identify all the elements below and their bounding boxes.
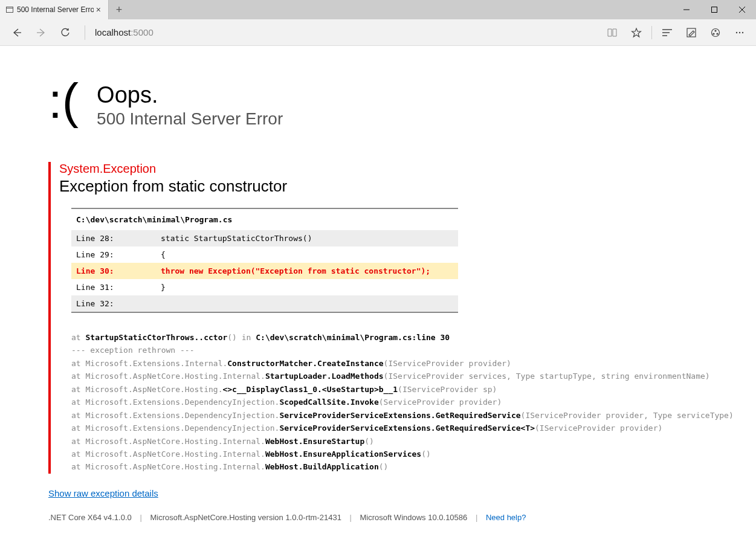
footer: .NET Core X64 v4.1.0.0 | Microsoft.AspNe… bbox=[48, 513, 756, 522]
stack-frame: at Microsoft.AspNetCore.Hosting.Internal… bbox=[71, 435, 756, 448]
exception-block: System.Exception Exception from static c… bbox=[48, 162, 756, 474]
sad-face-icon: :( bbox=[48, 76, 79, 126]
address-bar[interactable]: localhost:5000 bbox=[89, 27, 601, 37]
toolbar: localhost:5000 bbox=[0, 19, 756, 46]
source-line: Line 32: bbox=[71, 295, 458, 312]
stack-frame: at Microsoft.AspNetCore.Hosting.Internal… bbox=[71, 448, 756, 460]
more-icon[interactable] bbox=[728, 21, 751, 44]
address-host: localhost bbox=[95, 27, 131, 37]
svg-point-13 bbox=[715, 30, 716, 31]
source-line: Line 29: { bbox=[71, 246, 458, 263]
stack-trace: at StartupStaticCtorThrows..cctor() in C… bbox=[71, 331, 756, 474]
error-subtitle: 500 Internal Server Error bbox=[97, 109, 283, 129]
minimize-button[interactable] bbox=[673, 0, 700, 19]
source-line-highlighted: Line 30: throw new Exception("Exception … bbox=[71, 263, 458, 279]
source-line: Line 31: } bbox=[71, 279, 458, 295]
exception-message: Exception from static constructor bbox=[59, 177, 756, 196]
maximize-button[interactable] bbox=[700, 0, 728, 19]
stack-frame: at Microsoft.Extensions.Internal.Constru… bbox=[71, 357, 756, 370]
share-icon[interactable] bbox=[704, 21, 727, 44]
stack-frame: at Microsoft.Extensions.DependencyInject… bbox=[71, 396, 756, 408]
titlebar: 500 Internal Server Error × + bbox=[0, 0, 756, 19]
stack-frame: at Microsoft.Extensions.DependencyInject… bbox=[71, 422, 756, 434]
footer-runtime: .NET Core X64 v4.1.0.0 bbox=[48, 513, 132, 522]
browser-tab[interactable]: 500 Internal Server Error × bbox=[0, 0, 109, 19]
raw-exception-link[interactable]: Show raw exception details bbox=[48, 488, 756, 498]
stack-frame: at Microsoft.AspNetCore.Hosting.<>c__Dis… bbox=[71, 383, 756, 396]
svg-rect-0 bbox=[7, 7, 13, 13]
refresh-button[interactable] bbox=[53, 21, 77, 45]
hub-icon[interactable] bbox=[656, 21, 679, 44]
svg-point-15 bbox=[717, 33, 718, 34]
tab-close-icon[interactable]: × bbox=[94, 5, 103, 14]
close-window-button[interactable] bbox=[728, 0, 756, 19]
svg-point-14 bbox=[713, 33, 714, 34]
tab-favicon-icon bbox=[6, 6, 13, 13]
forward-button[interactable] bbox=[29, 21, 53, 45]
stack-frame: at Microsoft.AspNetCore.Hosting.Internal… bbox=[71, 370, 756, 382]
window-controls bbox=[673, 0, 756, 19]
back-button[interactable] bbox=[5, 21, 29, 45]
stack-frame: at Microsoft.Extensions.DependencyInject… bbox=[71, 409, 756, 422]
stack-frame: at StartupStaticCtorThrows..cctor() in C… bbox=[71, 331, 756, 344]
stack-frame: --- exception rethrown --- bbox=[71, 344, 756, 356]
footer-help-link[interactable]: Need help? bbox=[486, 513, 526, 522]
tab-title: 500 Internal Server Error bbox=[17, 5, 94, 14]
oops-heading: Oops. bbox=[97, 82, 283, 108]
reading-view-icon[interactable] bbox=[601, 21, 624, 44]
source-file: C:\dev\scratch\minimal\Program.cs bbox=[71, 209, 458, 230]
footer-hosting: Microsoft.AspNetCore.Hosting version 1.0… bbox=[150, 513, 341, 522]
favorites-icon[interactable] bbox=[625, 21, 648, 44]
stack-frame: at Microsoft.AspNetCore.Hosting.Internal… bbox=[71, 460, 756, 473]
svg-rect-3 bbox=[712, 7, 717, 13]
footer-os: Microsoft Windows 10.0.10586 bbox=[360, 513, 468, 522]
exception-type: System.Exception bbox=[59, 162, 756, 176]
page-content: :( Oops. 500 Internal Server Error Syste… bbox=[0, 46, 756, 522]
svg-point-17 bbox=[739, 31, 740, 33]
svg-point-16 bbox=[736, 31, 737, 33]
error-header: :( Oops. 500 Internal Server Error bbox=[48, 82, 756, 132]
address-port: :5000 bbox=[131, 27, 153, 37]
new-tab-button[interactable]: + bbox=[109, 0, 129, 19]
webnote-icon[interactable] bbox=[680, 21, 703, 44]
source-snippet: C:\dev\scratch\minimal\Program.cs Line 2… bbox=[71, 208, 458, 313]
svg-point-18 bbox=[742, 31, 743, 33]
source-line: Line 28: static StartupStaticCtorThrows(… bbox=[71, 230, 458, 246]
